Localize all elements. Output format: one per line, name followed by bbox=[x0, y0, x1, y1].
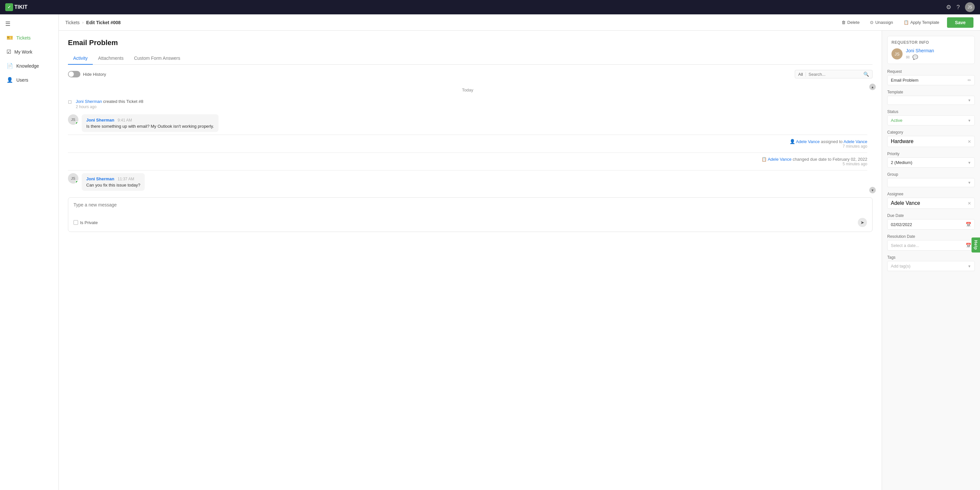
msg-bubble-1: Joni Sherman 9:41 AM Is there something … bbox=[82, 115, 218, 132]
help-tab[interactable]: Help bbox=[972, 237, 980, 253]
due-date-calendar-icon[interactable]: 📅 bbox=[966, 222, 971, 227]
msg-name-2[interactable]: Joni Sherman bbox=[86, 177, 115, 181]
ticket-tabs: Activity Attachments Custom Form Answers bbox=[68, 52, 872, 65]
msg-name-1[interactable]: Joni Sherman bbox=[86, 118, 115, 123]
resolution-date-calendar-icon[interactable]: 📅 bbox=[966, 243, 971, 248]
status-dropdown[interactable]: Active ▼ bbox=[887, 115, 975, 126]
save-button[interactable]: Save bbox=[947, 18, 974, 28]
requestor-avatar: JS bbox=[891, 48, 902, 59]
assignee-field: Assignee Adele Vance ✕ bbox=[887, 192, 975, 209]
template-dropdown[interactable]: ▼ bbox=[887, 96, 975, 105]
tab-custom-form[interactable]: Custom Form Answers bbox=[129, 52, 186, 65]
apply-template-button[interactable]: 📋 Apply Template bbox=[901, 19, 942, 26]
hide-history-toggle[interactable]: Hide History bbox=[68, 71, 106, 78]
resolution-date-value-container[interactable]: Select a date... 📅 bbox=[887, 240, 975, 251]
category-clear-button[interactable]: ✕ bbox=[967, 139, 971, 144]
due-date-field: Due Date 02/02/2022 📅 bbox=[887, 213, 975, 230]
tags-chevron: ▼ bbox=[967, 264, 971, 268]
assigned-to[interactable]: Adele Vance bbox=[843, 139, 867, 144]
divider-3 bbox=[68, 170, 867, 170]
status-chevron: ▼ bbox=[967, 119, 971, 123]
assign-icon: 👤 bbox=[789, 139, 795, 144]
email-icon[interactable]: ✉ bbox=[906, 54, 910, 60]
due-date-user[interactable]: Adele Vance bbox=[768, 157, 792, 162]
assigned-time: 7 minutes ago bbox=[789, 144, 867, 149]
toggle-switch[interactable] bbox=[68, 71, 80, 78]
assigned-by[interactable]: Adele Vance bbox=[796, 139, 819, 144]
ticket-wrapper: Email Problem Activity Attachments Custo… bbox=[59, 31, 980, 490]
msg-avatar-2: JS bbox=[68, 173, 78, 184]
divider-1 bbox=[68, 135, 867, 135]
priority-dropdown[interactable]: 2 (Medium) ▼ bbox=[887, 158, 975, 167]
resolution-date-field: Resolution Date Select a date... 📅 bbox=[887, 234, 975, 251]
tags-dropdown[interactable]: Add tag(s) ▼ bbox=[887, 261, 975, 271]
group-chevron: ▼ bbox=[967, 181, 971, 185]
message-input[interactable] bbox=[73, 202, 867, 213]
requestor-details: Joni Sherman ✉ 💬 bbox=[906, 48, 934, 60]
category-value-container: Hardware ✕ bbox=[887, 136, 975, 147]
resolution-date-label: Resolution Date bbox=[887, 234, 975, 239]
sidebar: ☰ 🎫 Tickets ☑ My Work 📄 Knowledge 👤 User… bbox=[0, 14, 59, 490]
group-dropdown[interactable]: ▼ bbox=[887, 178, 975, 187]
search-bar: All 🔍 bbox=[795, 70, 872, 78]
requestor-name[interactable]: Joni Sherman bbox=[906, 48, 934, 53]
help-icon[interactable]: ? bbox=[956, 4, 960, 11]
tab-activity[interactable]: Activity bbox=[68, 52, 93, 65]
event-action: created this Ticket #8 bbox=[103, 99, 143, 104]
scroll-up-button[interactable]: ▲ bbox=[869, 84, 876, 90]
private-checkbox[interactable] bbox=[73, 220, 78, 225]
sidebar-toggle[interactable]: ☰ bbox=[0, 17, 59, 31]
status-value: Active bbox=[891, 118, 902, 123]
top-navigation: ✓ TIKIT ⚙ ? JS bbox=[0, 0, 980, 14]
tags-field: Tags Add tag(s) ▼ bbox=[887, 255, 975, 271]
assignee-value-container: Adele Vance ✕ bbox=[887, 197, 975, 209]
breadcrumb-bar: Tickets › Edit Ticket #008 🗑 Delete ⊙ Un… bbox=[59, 14, 980, 31]
assigned-action: assigned to bbox=[821, 139, 843, 144]
topnav-right: ⚙ ? JS bbox=[946, 2, 975, 12]
delete-button[interactable]: 🗑 Delete bbox=[839, 19, 862, 26]
sidebar-item-users[interactable]: 👤 Users bbox=[0, 73, 59, 87]
is-private-label: Is Private bbox=[80, 220, 98, 225]
sidebar-item-my-work[interactable]: ☑ My Work bbox=[0, 45, 59, 59]
search-icon[interactable]: 🔍 bbox=[863, 72, 869, 77]
sidebar-item-label-users: Users bbox=[16, 78, 29, 83]
scroll-down-button[interactable]: ▼ bbox=[869, 187, 876, 193]
sidebar-item-tickets[interactable]: 🎫 Tickets bbox=[0, 31, 59, 45]
assignee-clear-button[interactable]: ✕ bbox=[967, 201, 971, 206]
msg-time-2: 11:37 AM bbox=[118, 177, 134, 181]
due-date-icon: 📋 bbox=[762, 157, 767, 162]
priority-field: Priority 2 (Medium) ▼ bbox=[887, 151, 975, 167]
priority-chevron: ▼ bbox=[967, 161, 971, 165]
ticket-title: Email Problem bbox=[68, 38, 872, 47]
request-edit-icon[interactable]: ✏ bbox=[967, 78, 971, 83]
category-label: Category bbox=[887, 130, 975, 135]
search-input[interactable] bbox=[808, 72, 861, 77]
msg-header-2: Joni Sherman 11:37 AM bbox=[86, 177, 140, 181]
user-avatar[interactable]: JS bbox=[965, 2, 975, 12]
right-panel: Requestor Info JS Joni Sherman ✉ 💬 bbox=[882, 31, 980, 490]
filter-all[interactable]: All bbox=[799, 72, 806, 77]
divider-2 bbox=[68, 153, 867, 153]
requestor-card: Requestor Info JS Joni Sherman ✉ 💬 bbox=[887, 36, 975, 64]
category-value: Hardware bbox=[891, 138, 913, 145]
knowledge-icon: 📄 bbox=[6, 63, 13, 69]
message-icon[interactable]: 💬 bbox=[912, 54, 918, 60]
status-label: Status bbox=[887, 110, 975, 114]
breadcrumb-parent[interactable]: Tickets bbox=[65, 20, 80, 25]
msg-time-1: 9:41 AM bbox=[118, 118, 132, 123]
priority-label: Priority bbox=[887, 151, 975, 156]
priority-value: 2 (Medium) bbox=[891, 160, 912, 165]
activity-event-content: Joni Sherman created this Ticket #8 2 ho… bbox=[76, 99, 143, 109]
event-user[interactable]: Joni Sherman bbox=[76, 99, 102, 104]
tab-attachments[interactable]: Attachments bbox=[93, 52, 129, 65]
sidebar-item-knowledge[interactable]: 📄 Knowledge bbox=[0, 59, 59, 73]
settings-icon[interactable]: ⚙ bbox=[946, 3, 951, 11]
status-field: Status Active ▼ bbox=[887, 110, 975, 126]
delete-icon: 🗑 bbox=[842, 20, 846, 25]
unassign-button[interactable]: ⊙ Unassign bbox=[867, 19, 896, 26]
is-private-checkbox[interactable]: Is Private bbox=[73, 220, 98, 225]
group-field: Group ▼ bbox=[887, 172, 975, 187]
event-time-created: 2 hours ago bbox=[76, 105, 143, 109]
sidebar-item-label-my-work: My Work bbox=[14, 49, 32, 54]
send-button[interactable]: ➤ bbox=[858, 218, 867, 227]
